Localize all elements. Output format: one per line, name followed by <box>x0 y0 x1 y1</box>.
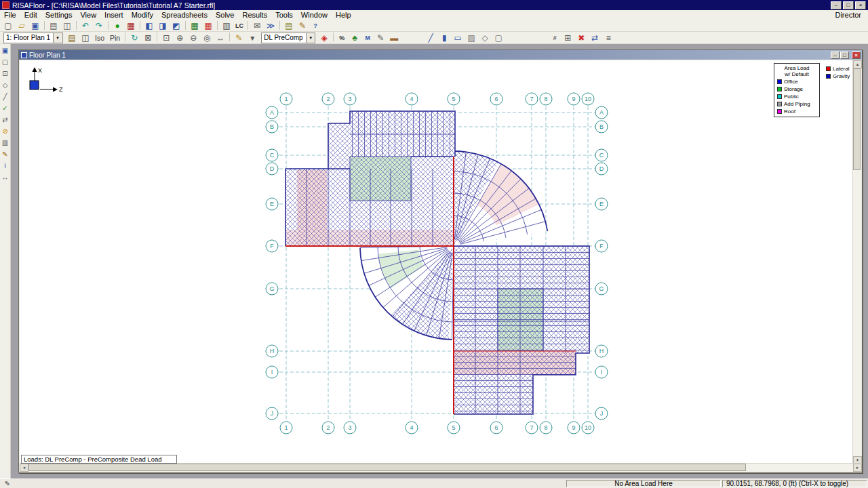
grid-bubble-col-9-top[interactable]: 9 <box>568 93 580 105</box>
grid-bubble-col-10-bottom[interactable]: 10 <box>582 422 594 434</box>
horizontal-scrollbar[interactable]: ◂ ▸ <box>20 463 862 472</box>
percent-open-icon[interactable]: % <box>336 33 347 43</box>
print-preview-icon[interactable]: ◫ <box>61 20 73 31</box>
zoom-extents-icon[interactable]: ◎ <box>201 33 213 43</box>
new-model-icon[interactable]: ▢ <box>2 20 14 31</box>
save-selection-icon[interactable]: ▥ <box>0 138 10 148</box>
floor-plan-drawing[interactable]: 1122334455667788991010AABBCCDDEEFFGGHHII… <box>20 60 853 464</box>
grid-bubble-row-H-right[interactable]: H <box>595 345 608 357</box>
lock-unselected-icon[interactable]: ⊘ <box>0 126 10 136</box>
moment-display-icon[interactable]: M <box>362 33 373 43</box>
rendered-view-icon[interactable]: ◨ <box>157 20 169 31</box>
plan-view-icon[interactable]: ◩ <box>170 20 182 31</box>
move-items-icon[interactable]: ⇄ <box>589 33 601 43</box>
grid-bubble-row-F-left[interactable]: F <box>266 240 278 252</box>
delete-items-icon[interactable]: ✖ <box>575 33 587 43</box>
open-file-icon[interactable]: ▱ <box>16 20 28 31</box>
child-minimize-button[interactable]: – <box>831 52 840 59</box>
grid-bubble-col-8-top[interactable]: 8 <box>540 93 552 105</box>
zoom-out-icon[interactable]: ⊖ <box>187 33 199 43</box>
pan-icon[interactable]: ↔ <box>214 33 226 43</box>
vertical-scroll-thumb[interactable] <box>853 68 861 170</box>
help-icon[interactable]: ? <box>310 20 321 31</box>
zoom-box-icon[interactable]: ⊡ <box>160 33 172 43</box>
redo-icon[interactable]: ↷ <box>93 20 105 31</box>
menu-results[interactable]: Results <box>238 10 271 20</box>
child-close-button[interactable]: × <box>852 52 861 59</box>
measure-tool-icon[interactable]: ↔ <box>0 172 10 182</box>
grid-bubble-row-G-right[interactable]: G <box>595 283 608 295</box>
envelope-solve-icon[interactable]: ✉ <box>251 20 263 31</box>
grid-bubble-col-4-bottom[interactable]: 4 <box>406 422 418 434</box>
selection-box-icon[interactable]: ⊠ <box>142 33 154 43</box>
loads-spreadsheet-icon[interactable]: ▦ <box>202 20 214 31</box>
grid-bubble-row-E-right[interactable]: E <box>595 198 608 210</box>
vertical-scrollbar[interactable]: ▴ ▾ <box>852 60 861 464</box>
information-icon[interactable]: i <box>0 161 10 171</box>
menu-insert[interactable]: Insert <box>100 10 127 20</box>
box-select-icon[interactable]: ⊡ <box>0 68 10 79</box>
grid-bubble-row-D-right[interactable]: D <box>595 163 608 175</box>
view-options-icon[interactable]: ≡ <box>602 33 614 43</box>
maximize-button[interactable]: □ <box>843 1 854 9</box>
grid-bubble-row-D-left[interactable]: D <box>266 163 278 175</box>
save-file-icon[interactable]: ▣ <box>29 20 41 31</box>
grid-bubble-col-2-bottom[interactable]: 2 <box>322 422 334 434</box>
menu-file[interactable]: File <box>0 10 20 20</box>
grid-bubble-col-1-top[interactable]: 1 <box>280 93 292 105</box>
render-model-icon[interactable]: ♣ <box>349 33 361 43</box>
draw-beams-icon[interactable]: ╱ <box>425 33 437 43</box>
scroll-left-icon[interactable]: ◂ <box>20 464 28 472</box>
grid-bubble-row-I-right[interactable]: I <box>595 366 608 378</box>
floor-plan-canvas[interactable]: 1122334455667788991010AABBCCDDEEFFGGHHII… <box>20 60 853 464</box>
horizontal-scroll-thumb[interactable] <box>28 464 746 471</box>
grid-bubble-col-10-top[interactable]: 10 <box>582 93 594 105</box>
menu-window[interactable]: Window <box>297 10 332 20</box>
load-case-dropdown[interactable]: DL PreComp - Pr ▾ <box>261 33 315 43</box>
child-maximize-button[interactable]: □ <box>840 52 849 59</box>
menu-help[interactable]: Help <box>332 10 355 20</box>
graphic-view-icon[interactable]: ◧ <box>143 20 155 31</box>
paint-deck-icon[interactable]: ▬ <box>388 33 400 43</box>
criteria-select-icon[interactable]: ✓ <box>0 103 10 113</box>
grid-bubble-row-A-right[interactable]: A <box>595 106 608 119</box>
line-select-icon[interactable]: ╱ <box>0 92 10 102</box>
engineering-tools-icon[interactable]: ✎ <box>296 20 309 31</box>
invert-selection-icon[interactable]: ⇄ <box>0 115 10 125</box>
edit-drawing-icon[interactable]: ✎ <box>233 33 245 43</box>
menu-edit[interactable]: Edit <box>20 10 41 20</box>
grid-bubble-col-6-bottom[interactable]: 6 <box>490 422 502 434</box>
floor-properties-icon[interactable]: ▤ <box>66 33 78 43</box>
view-settings-icon[interactable]: ◫ <box>79 33 92 43</box>
edit-drawing-dropdown-icon[interactable]: ▾ <box>246 33 258 43</box>
load-combinations-icon[interactable]: LC <box>234 20 245 31</box>
draw-walls-icon[interactable]: ▭ <box>452 33 464 43</box>
results-icon[interactable]: ▦ <box>125 20 137 31</box>
grid-bubble-col-4-top[interactable]: 4 <box>406 93 418 105</box>
grid-bubble-col-2-top[interactable]: 2 <box>322 93 334 105</box>
draw-deck-icon[interactable]: ▨ <box>465 33 477 43</box>
pin-button[interactable]: Pin <box>107 34 123 42</box>
select-all-icon[interactable]: ▣ <box>0 45 10 56</box>
floor-plan-window-titlebar[interactable]: Floor Plan 1 – □ × <box>19 50 862 60</box>
undo-icon[interactable]: ↶ <box>79 20 92 31</box>
chevron-down-icon[interactable]: ▾ <box>53 33 62 43</box>
close-button[interactable]: × <box>855 1 866 9</box>
grid-bubble-row-J-left[interactable]: J <box>266 407 278 420</box>
menu-solve[interactable]: Solve <box>212 10 239 20</box>
menu-settings[interactable]: Settings <box>41 10 77 20</box>
grid-settings-icon[interactable]: ⊞ <box>561 33 574 43</box>
load-direction-icon[interactable]: ◈ <box>318 33 330 43</box>
grid-bubble-col-7-top[interactable]: 7 <box>526 93 538 105</box>
grid-bubble-col-8-bottom[interactable]: 8 <box>540 422 552 434</box>
grid-bubble-row-C-left[interactable]: C <box>266 149 278 161</box>
grid-bubble-col-7-bottom[interactable]: 7 <box>526 422 538 434</box>
scroll-right-icon[interactable]: ▸ <box>853 464 862 472</box>
grid-bubble-row-F-right[interactable]: F <box>595 240 608 252</box>
menu-view[interactable]: View <box>76 10 100 20</box>
unselect-all-icon[interactable]: ▢ <box>0 57 10 67</box>
grid-bubble-row-E-left[interactable]: E <box>266 198 278 210</box>
polygon-select-icon[interactable]: ◇ <box>0 80 10 90</box>
graphic-editing-icon[interactable]: ✎ <box>0 149 10 159</box>
snap-settings-icon[interactable]: # <box>549 33 560 43</box>
